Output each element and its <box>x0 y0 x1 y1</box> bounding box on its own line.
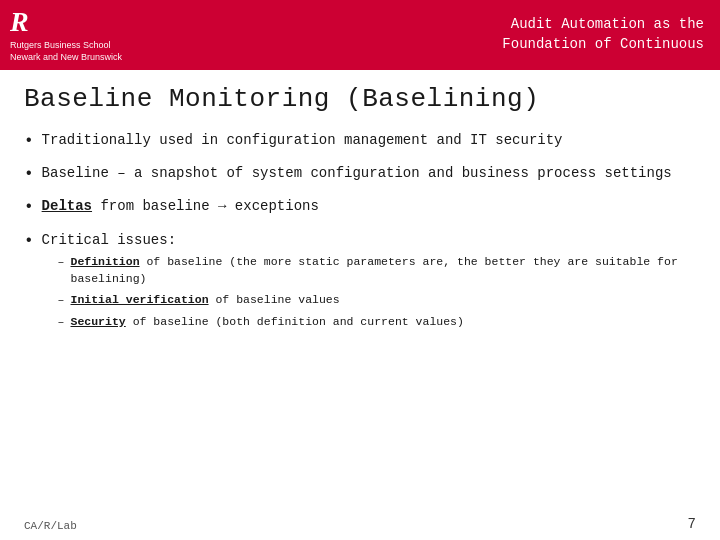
bullet-text: Deltas from baseline → exceptions <box>42 196 319 216</box>
sub-bullet-text: Security of baseline (both definition an… <box>71 314 464 331</box>
slide-title: Baseline Monitoring (Baselining) <box>24 84 696 114</box>
deltas-label: Deltas <box>42 198 92 214</box>
list-item: Baseline – a snapshot of system configur… <box>24 163 696 186</box>
main-content: Baseline Monitoring (Baselining) Traditi… <box>0 70 720 356</box>
footer: CA/R/Lab 7 <box>24 516 696 532</box>
definition-label: Definition <box>71 255 140 268</box>
security-label: Security <box>71 315 126 328</box>
header: R Rutgers Business School Newark and New… <box>0 0 720 70</box>
rutgers-subtitle: Rutgers Business School Newark and New B… <box>10 40 170 63</box>
page-number: 7 <box>688 516 696 532</box>
list-item: Traditionally used in configuration mana… <box>24 130 696 153</box>
list-item: Security of baseline (both definition an… <box>58 314 696 331</box>
rutgers-r-logo: R <box>10 6 170 38</box>
footer-label: CA/R/Lab <box>24 520 77 532</box>
header-title-section: Audit Automation as the Foundation of Co… <box>180 0 720 70</box>
list-item: Deltas from baseline → exceptions <box>24 196 696 219</box>
logo-section: R Rutgers Business School Newark and New… <box>0 0 180 70</box>
sub-bullet-text: Definition of baseline (the more static … <box>71 254 696 287</box>
bullet-text: Traditionally used in configuration mana… <box>42 130 563 150</box>
list-item: Definition of baseline (the more static … <box>58 254 696 287</box>
header-title: Audit Automation as the Foundation of Co… <box>502 15 704 54</box>
sub-bullet-list: Definition of baseline (the more static … <box>58 254 696 331</box>
bullet-text: Critical issues: Definition of baseline … <box>42 230 696 336</box>
bullet-list: Traditionally used in configuration mana… <box>24 130 696 336</box>
list-item: Critical issues: Definition of baseline … <box>24 230 696 336</box>
bullet-text: Baseline – a snapshot of system configur… <box>42 163 672 183</box>
initial-verification-label: Initial verification <box>71 293 209 306</box>
list-item: Initial verification of baseline values <box>58 292 696 309</box>
sub-bullet-text: Initial verification of baseline values <box>71 292 340 309</box>
